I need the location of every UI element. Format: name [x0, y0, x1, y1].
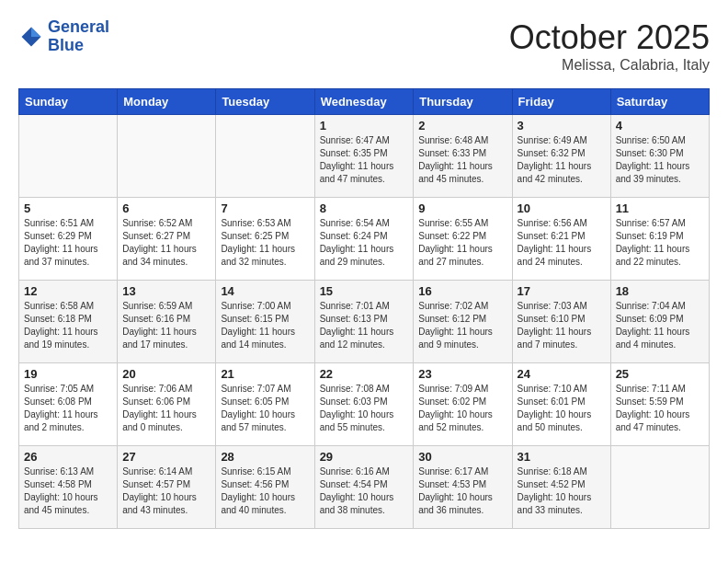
calendar-week-2: 12Sunrise: 6:58 AM Sunset: 6:18 PM Dayli… — [19, 281, 710, 363]
header-thursday: Thursday — [414, 89, 512, 115]
day-info: Sunrise: 6:53 AM Sunset: 6:25 PM Dayligh… — [221, 217, 309, 269]
day-number: 4 — [616, 119, 704, 132]
day-number: 28 — [221, 450, 309, 464]
weekday-row: Sunday Monday Tuesday Wednesday Thursday… — [19, 89, 710, 115]
header-wednesday: Wednesday — [314, 89, 414, 115]
day-info: Sunrise: 7:02 AM Sunset: 6:12 PM Dayligh… — [418, 300, 506, 351]
day-info: Sunrise: 7:04 AM Sunset: 6:09 PM Dayligh… — [616, 300, 704, 351]
calendar-week-1: 5Sunrise: 6:51 AM Sunset: 6:29 PM Daylig… — [19, 198, 710, 281]
calendar-cell: 3Sunrise: 6:49 AM Sunset: 6:32 PM Daylig… — [512, 115, 610, 198]
calendar-cell: 28Sunrise: 6:15 AM Sunset: 4:56 PM Dayli… — [216, 446, 314, 529]
day-info: Sunrise: 7:00 AM Sunset: 6:15 PM Dayligh… — [221, 300, 309, 351]
calendar-cell: 4Sunrise: 6:50 AM Sunset: 6:30 PM Daylig… — [610, 115, 709, 198]
day-number: 12 — [24, 284, 112, 298]
header-sunday: Sunday — [19, 89, 118, 115]
calendar-header: Sunday Monday Tuesday Wednesday Thursday… — [19, 89, 710, 115]
calendar-cell: 22Sunrise: 7:08 AM Sunset: 6:03 PM Dayli… — [314, 363, 414, 446]
calendar-cell: 11Sunrise: 6:57 AM Sunset: 6:19 PM Dayli… — [610, 198, 709, 281]
day-info: Sunrise: 7:11 AM Sunset: 5:59 PM Dayligh… — [616, 383, 704, 434]
day-number: 15 — [320, 284, 409, 298]
calendar-cell: 30Sunrise: 6:17 AM Sunset: 4:53 PM Dayli… — [414, 446, 512, 529]
logo-line2: Blue — [48, 36, 84, 54]
calendar-week-4: 26Sunrise: 6:13 AM Sunset: 4:58 PM Dayli… — [19, 446, 710, 529]
calendar-cell: 10Sunrise: 6:56 AM Sunset: 6:21 PM Dayli… — [512, 198, 610, 281]
calendar-cell — [610, 446, 709, 529]
calendar-cell — [216, 115, 314, 198]
calendar-body: 1Sunrise: 6:47 AM Sunset: 6:35 PM Daylig… — [19, 115, 710, 529]
day-info: Sunrise: 7:07 AM Sunset: 6:05 PM Dayligh… — [221, 383, 309, 434]
title-block: October 2025 Melissa, Calabria, Italy — [509, 18, 710, 74]
day-number: 1 — [320, 119, 409, 132]
day-number: 10 — [518, 201, 606, 215]
day-info: Sunrise: 7:01 AM Sunset: 6:13 PM Dayligh… — [320, 300, 409, 351]
logo: General Blue — [18, 18, 109, 55]
day-info: Sunrise: 6:18 AM Sunset: 4:52 PM Dayligh… — [518, 465, 606, 517]
day-info: Sunrise: 6:54 AM Sunset: 6:24 PM Dayligh… — [320, 217, 409, 269]
header-friday: Friday — [512, 89, 610, 115]
calendar-cell: 7Sunrise: 6:53 AM Sunset: 6:25 PM Daylig… — [216, 198, 314, 281]
day-info: Sunrise: 6:51 AM Sunset: 6:29 PM Dayligh… — [24, 217, 112, 269]
day-number: 22 — [320, 367, 409, 381]
calendar-cell: 12Sunrise: 6:58 AM Sunset: 6:18 PM Dayli… — [19, 281, 118, 363]
calendar-cell: 8Sunrise: 6:54 AM Sunset: 6:24 PM Daylig… — [314, 198, 414, 281]
calendar-cell: 26Sunrise: 6:13 AM Sunset: 4:58 PM Dayli… — [19, 446, 118, 529]
day-info: Sunrise: 7:09 AM Sunset: 6:02 PM Dayligh… — [418, 383, 506, 434]
page-header: General Blue October 2025 Melissa, Calab… — [18, 18, 710, 74]
day-info: Sunrise: 6:13 AM Sunset: 4:58 PM Dayligh… — [24, 465, 112, 517]
day-number: 31 — [518, 450, 606, 464]
day-number: 21 — [221, 367, 309, 381]
calendar-cell: 16Sunrise: 7:02 AM Sunset: 6:12 PM Dayli… — [414, 281, 512, 363]
day-number: 17 — [518, 284, 606, 298]
day-info: Sunrise: 6:15 AM Sunset: 4:56 PM Dayligh… — [221, 465, 309, 517]
day-number: 13 — [122, 284, 210, 298]
calendar-week-0: 1Sunrise: 6:47 AM Sunset: 6:35 PM Daylig… — [19, 115, 710, 198]
day-number: 30 — [418, 450, 506, 464]
svg-marker-1 — [31, 27, 41, 37]
calendar-cell: 25Sunrise: 7:11 AM Sunset: 5:59 PM Dayli… — [610, 363, 709, 446]
day-info: Sunrise: 6:55 AM Sunset: 6:22 PM Dayligh… — [418, 217, 506, 269]
day-info: Sunrise: 6:48 AM Sunset: 6:33 PM Dayligh… — [418, 134, 506, 186]
calendar-cell: 2Sunrise: 6:48 AM Sunset: 6:33 PM Daylig… — [414, 115, 512, 198]
day-number: 6 — [122, 201, 210, 215]
header-tuesday: Tuesday — [216, 89, 314, 115]
day-number: 9 — [418, 201, 506, 215]
calendar-cell: 9Sunrise: 6:55 AM Sunset: 6:22 PM Daylig… — [414, 198, 512, 281]
day-number: 3 — [518, 119, 606, 132]
day-info: Sunrise: 6:49 AM Sunset: 6:32 PM Dayligh… — [518, 134, 606, 186]
day-info: Sunrise: 6:57 AM Sunset: 6:19 PM Dayligh… — [616, 217, 704, 269]
day-info: Sunrise: 6:17 AM Sunset: 4:53 PM Dayligh… — [418, 465, 506, 517]
day-number: 29 — [320, 450, 409, 464]
calendar-cell: 31Sunrise: 6:18 AM Sunset: 4:52 PM Dayli… — [512, 446, 610, 529]
location-title: Melissa, Calabria, Italy — [509, 57, 710, 74]
calendar-week-3: 19Sunrise: 7:05 AM Sunset: 6:08 PM Dayli… — [19, 363, 710, 446]
calendar-cell: 29Sunrise: 6:16 AM Sunset: 4:54 PM Dayli… — [314, 446, 414, 529]
day-number: 24 — [518, 367, 606, 381]
day-number: 19 — [24, 367, 112, 381]
day-number: 14 — [221, 284, 309, 298]
calendar-cell: 15Sunrise: 7:01 AM Sunset: 6:13 PM Dayli… — [314, 281, 414, 363]
day-number: 2 — [418, 119, 506, 132]
calendar-cell: 21Sunrise: 7:07 AM Sunset: 6:05 PM Dayli… — [216, 363, 314, 446]
calendar-cell: 23Sunrise: 7:09 AM Sunset: 6:02 PM Dayli… — [414, 363, 512, 446]
day-number: 7 — [221, 201, 309, 215]
calendar-cell: 20Sunrise: 7:06 AM Sunset: 6:06 PM Dayli… — [118, 363, 216, 446]
logo-line1: General — [48, 17, 109, 36]
day-number: 8 — [320, 201, 409, 215]
month-title: October 2025 — [509, 18, 710, 57]
day-number: 27 — [122, 450, 210, 464]
day-info: Sunrise: 6:50 AM Sunset: 6:30 PM Dayligh… — [616, 134, 704, 186]
logo-text: General Blue — [48, 18, 109, 55]
day-info: Sunrise: 7:10 AM Sunset: 6:01 PM Dayligh… — [518, 383, 606, 434]
day-number: 25 — [616, 367, 704, 381]
day-number: 5 — [24, 201, 112, 215]
calendar-cell: 14Sunrise: 7:00 AM Sunset: 6:15 PM Dayli… — [216, 281, 314, 363]
day-number: 18 — [616, 284, 704, 298]
day-info: Sunrise: 6:14 AM Sunset: 4:57 PM Dayligh… — [122, 465, 210, 517]
day-info: Sunrise: 6:16 AM Sunset: 4:54 PM Dayligh… — [320, 465, 409, 517]
day-info: Sunrise: 6:56 AM Sunset: 6:21 PM Dayligh… — [518, 217, 606, 269]
day-number: 20 — [122, 367, 210, 381]
day-info: Sunrise: 7:06 AM Sunset: 6:06 PM Dayligh… — [122, 383, 210, 434]
calendar-cell: 17Sunrise: 7:03 AM Sunset: 6:10 PM Dayli… — [512, 281, 610, 363]
day-number: 23 — [418, 367, 506, 381]
day-info: Sunrise: 7:05 AM Sunset: 6:08 PM Dayligh… — [24, 383, 112, 434]
